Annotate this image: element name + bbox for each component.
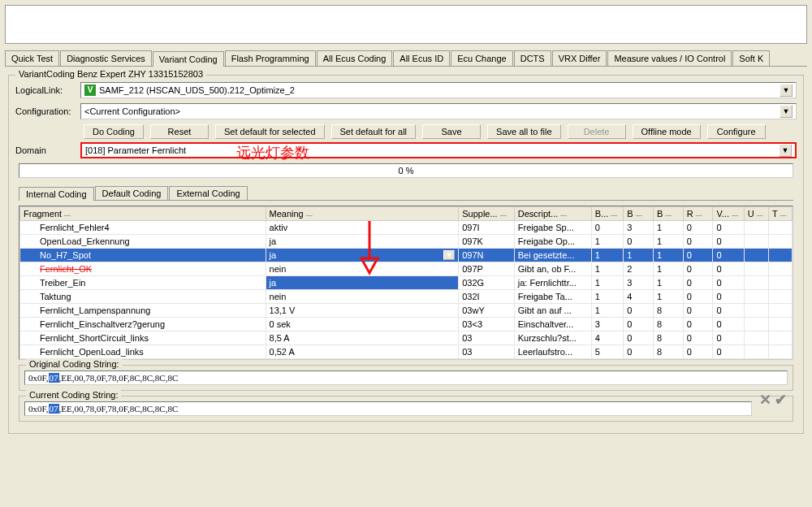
coding-grid[interactable]: Fragment—Meaning—Supple...—Descript...—B…: [19, 206, 793, 360]
domain-label: Domain: [15, 145, 80, 155]
do-coding-button[interactable]: Do Coding: [84, 124, 144, 139]
table-row[interactable]: Treiber_Einja032Gja: Fernlichttr...13100: [20, 276, 793, 290]
save-button[interactable]: Save: [422, 124, 481, 139]
table-row[interactable]: Fernlicht_Einschaltverz?gerung0 sek03<3E…: [20, 318, 793, 332]
main-tab[interactable]: All Ecus ID: [393, 50, 450, 66]
domain-value: [018] Parameter Fernlicht: [85, 145, 186, 155]
apply-icon[interactable]: ✔: [775, 391, 787, 409]
grid-column-header[interactable]: B—: [654, 207, 684, 221]
current-coding-label: Current Coding String:: [26, 390, 121, 400]
main-tab[interactable]: All Ecus Coding: [317, 50, 393, 66]
reset-button[interactable]: Reset: [150, 124, 209, 139]
sub-tab[interactable]: Internal Coding: [19, 187, 94, 201]
svg-marker-1: [361, 258, 378, 273]
current-coding-group: Current Coding String: 0x0F,07,EE,00,78,…: [19, 396, 793, 422]
original-coding-group: Original Coding String: 0x0F,07,EE,00,78…: [19, 365, 793, 391]
grid-column-header[interactable]: Supple...—: [459, 207, 515, 221]
annotation-arrow-icon: [359, 221, 383, 276]
main-tab[interactable]: VRX Differ: [552, 50, 607, 66]
grid-column-header[interactable]: U—: [744, 207, 768, 221]
grid-column-header[interactable]: Meaning—: [266, 207, 459, 221]
progress-bar: 0 %: [19, 163, 793, 178]
annotation-text: 远光灯参数: [236, 143, 309, 162]
main-tab[interactable]: Ecu Change: [451, 50, 513, 66]
main-tab[interactable]: Quick Test: [5, 50, 59, 66]
domain-dropdown[interactable]: [018] Parameter Fernlicht 远光灯参数 ▼: [80, 142, 797, 158]
set-default-selected-button[interactable]: Set default for selected: [215, 124, 325, 139]
configuration-label: Configuration:: [15, 106, 80, 116]
grid-column-header[interactable]: Fragment—: [20, 207, 266, 221]
cancel-icon[interactable]: ✕: [759, 391, 771, 409]
main-tab[interactable]: DCTS: [514, 50, 551, 66]
sub-tab[interactable]: Default Coding: [95, 186, 169, 200]
grid-column-header[interactable]: V...—: [713, 207, 744, 221]
grid-column-header[interactable]: Descript...—: [514, 207, 591, 221]
main-tab[interactable]: Measure values / IO Control: [607, 50, 732, 66]
current-coding-value[interactable]: 0x0F,07,EE,00,78,0F,78,0F,8C,8C,8C,8C: [24, 401, 752, 416]
main-tab[interactable]: Flash Programming: [225, 50, 316, 66]
chevron-down-icon[interactable]: ▼: [780, 84, 793, 97]
table-row[interactable]: Fernlicht_OKnein097PGibt an, ob F...1210…: [20, 262, 793, 276]
main-tab-strip: Quick TestDiagnostic ServicesVariant Cod…: [5, 49, 807, 67]
original-coding-label: Original Coding String:: [26, 359, 123, 369]
save-all-to-file-button[interactable]: Save all to file: [487, 124, 560, 139]
table-row[interactable]: OpenLoad_Erkennungja097KFreigabe Op...10…: [20, 235, 793, 249]
table-row[interactable]: Fernlicht_OpenLoad_links0,52 A03Leerlauf…: [20, 345, 793, 359]
variant-coding-fieldset: VariantCoding Benz Expert ZHY 1331515280…: [8, 75, 804, 434]
grid-column-header[interactable]: T—: [769, 207, 793, 221]
grid-column-header[interactable]: B...—: [591, 207, 623, 221]
grid-column-header[interactable]: R—: [683, 207, 713, 221]
main-tab[interactable]: Soft K: [732, 50, 770, 66]
offline-mode-button[interactable]: Offline mode: [633, 124, 701, 139]
grid-column-header[interactable]: B—: [624, 207, 654, 221]
configuration-dropdown[interactable]: <Current Configuration> ▼: [80, 103, 797, 119]
logical-link-dropdown[interactable]: V SAMF_212 (HSCAN_UDS_500).212_Optimize_…: [80, 82, 797, 98]
top-blank-bar: [5, 5, 807, 44]
v-icon: V: [84, 84, 96, 96]
table-row[interactable]: No_H7_Spotja▼097NBei gesetzte...11100: [20, 249, 793, 262]
fieldset-title: VariantCoding Benz Expert ZHY 1331515280…: [15, 69, 206, 79]
table-row[interactable]: Fernlicht_Lampenspannung13,1 V03wYGibt a…: [20, 304, 793, 318]
table-row[interactable]: Taktungnein032IFreigabe Ta...14100: [20, 290, 793, 304]
coding-sub-tabs: Internal CodingDefault CodingExternal Co…: [19, 186, 793, 201]
main-tab[interactable]: Variant Coding: [153, 51, 224, 67]
table-row[interactable]: Fernlicht_Fehler4aktiv097IFreigabe Sp...…: [20, 221, 793, 235]
original-coding-value[interactable]: 0x0F,07,EE,00,78,0F,78,0F,8C,8C,8C,8C: [24, 370, 788, 385]
set-default-all-button[interactable]: Set default for all: [331, 124, 417, 139]
configure-button[interactable]: Configure: [707, 124, 766, 139]
main-tab[interactable]: Diagnostic Services: [60, 50, 152, 66]
table-row[interactable]: Fernlicht_ShortCircuit_links8,5 A03Kurzs…: [20, 332, 793, 345]
logical-link-label: LogicalLink:: [15, 85, 80, 95]
logical-link-value: SAMF_212 (HSCAN_UDS_500).212_Optimize_2: [99, 85, 295, 95]
configuration-value: <Current Configuration>: [84, 106, 180, 116]
sub-tab[interactable]: External Coding: [169, 186, 247, 200]
chevron-down-icon[interactable]: ▼: [779, 144, 792, 157]
chevron-down-icon[interactable]: ▼: [780, 105, 793, 118]
delete-button: Delete: [568, 124, 626, 139]
